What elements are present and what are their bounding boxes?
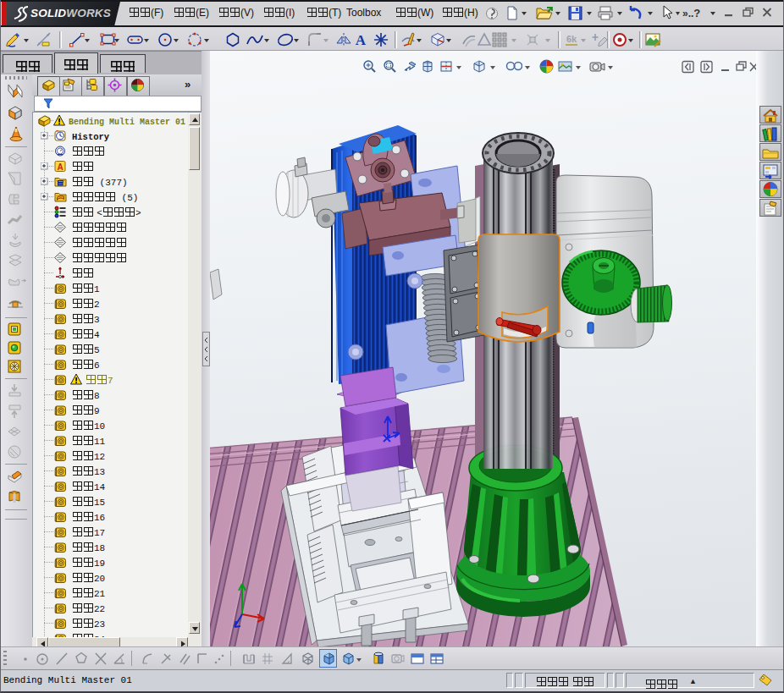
svg-text:A: A — [356, 32, 367, 48]
svg-text:6k: 6k — [566, 34, 577, 44]
